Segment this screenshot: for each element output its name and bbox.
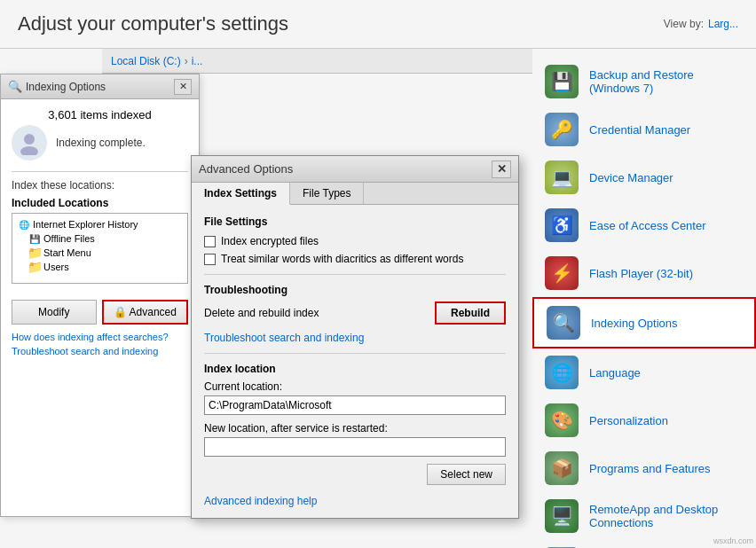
personalization-label: Personalization — [589, 414, 668, 427]
modify-button[interactable]: Modify — [12, 300, 97, 325]
troubleshoot-search-link[interactable]: Troubleshoot search and indexing — [204, 332, 506, 344]
globe-icon: 🌐 — [18, 218, 30, 231]
adv-help-link[interactable]: Advanced indexing help — [204, 495, 317, 507]
adv-title: Advanced Options — [199, 162, 293, 176]
cp-item-indexing[interactable]: 🔍Indexing Options — [532, 297, 756, 348]
rebuild-row: Delete and rebuild index Rebuild — [204, 301, 506, 325]
hdd-icon: 💾 — [28, 232, 41, 245]
cp-item-language[interactable]: 🌐Language — [532, 348, 756, 396]
device-label: Device Manager — [589, 171, 673, 184]
indexing-count: 3,601 items indexed — [12, 108, 188, 121]
rebuild-button[interactable]: Rebuild — [435, 301, 506, 325]
location-start-menu-label: Start Menu — [43, 247, 91, 258]
cp-item-device[interactable]: 💻Device Manager — [532, 153, 756, 201]
language-icon: 🌐 — [545, 356, 579, 389]
cb-encrypt[interactable] — [204, 236, 216, 247]
file-settings-label: File Settings — [204, 215, 506, 228]
troubleshoot-link-bottom[interactable]: Troubleshoot search and indexing — [12, 346, 188, 356]
indexing-divider — [12, 171, 188, 172]
indexing-close-button[interactable]: ✕ — [174, 79, 192, 95]
adv-titlebar: Advanced Options ✕ — [192, 156, 518, 183]
rebuild-text: Delete and rebuild index — [204, 307, 319, 319]
flash-icon: ⚡ — [545, 256, 579, 290]
watermark: wsxdn.com — [713, 536, 753, 545]
location-users: 📁 Users — [16, 260, 184, 274]
indexing-links: How does indexing affect searches? Troub… — [1, 325, 199, 367]
indexing-body: 3,601 items indexed Indexing complete. I… — [1, 99, 199, 293]
viewby-link[interactable]: Larg... — [708, 18, 738, 30]
advanced-options-dialog: Advanced Options ✕ Index Settings File T… — [191, 155, 519, 519]
cb-diacritics[interactable] — [204, 254, 216, 265]
device-icon: 💻 — [545, 160, 579, 194]
cp-item-remoteapp[interactable]: 🖥️RemoteApp and Desktop Connections — [532, 492, 756, 540]
tab-file-types[interactable]: File Types — [290, 183, 364, 204]
adv-tabs: Index Settings File Types — [192, 183, 518, 205]
personalization-icon: 🎨 — [545, 403, 579, 437]
cp-item-flash[interactable]: ⚡Flash Player (32-bit) — [532, 249, 756, 297]
select-new-button[interactable]: Select new — [427, 464, 506, 485]
selectnew-row: Select new — [204, 464, 506, 485]
cb-diacritics-row: Treat similar words with diacritics as d… — [204, 253, 506, 265]
troubleshooting-label: Troubleshooting — [204, 284, 506, 296]
ease-label: Ease of Access Center — [589, 219, 706, 232]
backup-label: Backup and Restore (Windows 7) — [589, 68, 694, 95]
indexing-titlebar: 🔍 Indexing Options ✕ — [1, 74, 199, 99]
remoteapp-label: RemoteApp and Desktop Connections — [589, 503, 718, 529]
cb-diacritics-label: Treat similar words with diacritics as d… — [221, 253, 463, 265]
indexing-avatar — [12, 125, 47, 160]
advanced-button[interactable]: 🔒 Advanced — [102, 300, 189, 325]
location-ie-history: 🌐 Internet Explorer History — [16, 217, 184, 231]
ease-icon: ♿ — [545, 208, 579, 242]
location-offline-label: Offline Files — [43, 233, 95, 244]
indexing-window-title: Indexing Options — [22, 81, 174, 93]
new-location-label: New location, after service is restarted… — [204, 422, 506, 434]
indexing-icon-row: Indexing complete. — [12, 125, 188, 160]
location-ie-history-label: Internet Explorer History — [33, 219, 138, 230]
cp-item-programs[interactable]: 📦Programs and Features — [532, 444, 756, 492]
new-location-input[interactable] — [204, 437, 506, 457]
cp-title: Adjust your computer's settings — [18, 12, 664, 35]
indexing-label: Indexing Options — [591, 317, 678, 330]
cb-encrypt-label: Index encrypted files — [221, 235, 319, 247]
locations-box: 🌐 Internet Explorer History 💾 Offline Fi… — [12, 213, 188, 284]
current-path-input[interactable] — [204, 395, 506, 415]
included-locations-label: Included Locations — [12, 197, 188, 209]
indexing-window-icon: 🔍 — [8, 80, 22, 94]
cp-header: Adjust your computer's settings View by:… — [0, 0, 756, 49]
location-offline-files: 💾 Offline Files — [16, 231, 184, 246]
indexing-affect-link[interactable]: How does indexing affect searches? — [12, 332, 188, 342]
current-location-label: Current location: — [204, 380, 506, 393]
cp-item-backup[interactable]: 💾Backup and Restore (Windows 7) — [532, 58, 756, 106]
indexing-options-window: 🔍 Indexing Options ✕ 3,601 items indexed… — [0, 74, 200, 517]
credential-icon: 🔑 — [545, 113, 579, 146]
adv-body: File Settings Index encrypted files Trea… — [192, 205, 518, 518]
breadcrumb-item-1[interactable]: Local Disk (C:) — [111, 55, 181, 67]
backup-icon: 💾 — [545, 65, 579, 98]
indexing-status: Indexing complete. — [56, 137, 146, 149]
adv-divider-1 — [204, 274, 506, 275]
language-label: Language — [589, 366, 641, 380]
adv-divider-2 — [204, 353, 506, 354]
adv-close-button[interactable]: ✕ — [492, 160, 511, 178]
svg-point-0 — [24, 134, 35, 145]
indexing-buttons: Modify 🔒 Advanced — [1, 300, 199, 325]
advanced-icon: 🔒 — [114, 306, 127, 318]
cp-item-credential[interactable]: 🔑Credential Manager — [532, 106, 756, 153]
folder-icon-1: 📁 — [28, 247, 41, 259]
location-start-menu: 📁 Start Menu — [16, 246, 184, 260]
folder-icon-2: 📁 — [28, 261, 41, 273]
index-these-locations-label: Index these locations: — [12, 179, 188, 192]
viewby-label: View by: — [664, 18, 704, 30]
flash-label: Flash Player (32-bit) — [589, 267, 693, 280]
breadcrumb-item-2[interactable]: i... — [192, 55, 203, 67]
location-users-label: Users — [43, 262, 69, 272]
remoteapp-icon: 🖥️ — [545, 499, 579, 533]
advanced-label: Advanced — [130, 306, 177, 318]
indexing-icon: 🔍 — [547, 306, 580, 340]
programs-label: Programs and Features — [589, 462, 711, 475]
cp-item-personalization[interactable]: 🎨Personalization — [532, 396, 756, 444]
cp-item-ease[interactable]: ♿Ease of Access Center — [532, 201, 756, 249]
tab-index-settings[interactable]: Index Settings — [192, 183, 290, 205]
svg-point-1 — [20, 146, 38, 155]
right-panel: 💾Backup and Restore (Windows 7)🔑Credenti… — [532, 49, 756, 548]
